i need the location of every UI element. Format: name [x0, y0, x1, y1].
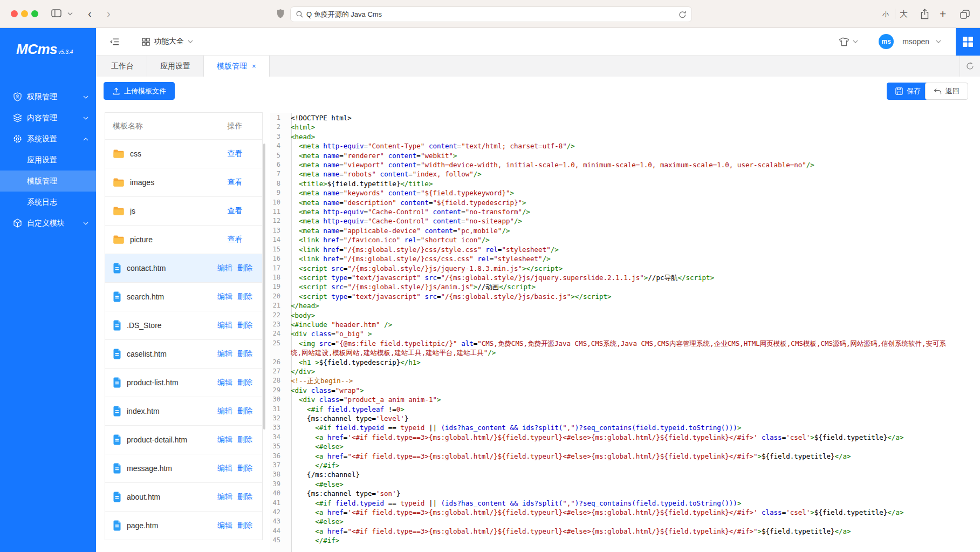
file-name: search.htm [127, 291, 164, 302]
code-text: <script src="/{ms:global.style/}js/anim.… [287, 282, 980, 291]
edit-link[interactable]: 编辑 [217, 321, 232, 330]
line-number: 11 [270, 207, 287, 216]
window-fullscreen-button[interactable] [31, 10, 38, 17]
table-row[interactable]: images查看 [105, 168, 262, 197]
window-minimize-button[interactable] [21, 10, 28, 17]
code-line: 16 <link href="/{ms:global.style/}css/cs… [270, 254, 980, 263]
code-line: 38 {/ms:channel} [270, 470, 980, 479]
edit-link[interactable]: 编辑 [217, 492, 232, 502]
privacy-shield-icon[interactable] [276, 9, 285, 19]
close-tab-icon[interactable]: × [252, 62, 256, 70]
edit-link[interactable]: 编辑 [217, 378, 232, 387]
sidebar-item-custom-module[interactable]: 自定义模块 [0, 213, 96, 234]
tab-app-settings[interactable]: 应用设置 [147, 56, 204, 77]
delete-link[interactable]: 删除 [237, 349, 252, 359]
username[interactable]: msopen [902, 37, 929, 46]
code-line: 27</div> [270, 367, 980, 376]
code-line: 42 <a href='<#if field.type==3>{ms:globa… [270, 508, 980, 517]
theme-switcher[interactable] [839, 37, 858, 46]
edit-link[interactable]: 编辑 [217, 464, 232, 473]
apps-grid-button[interactable] [956, 28, 980, 56]
table-row[interactable]: product-list.htm编辑删除 [105, 369, 262, 397]
view-link[interactable]: 查看 [228, 235, 243, 244]
table-scrollbar[interactable] [263, 144, 265, 430]
sidebar-item-permission[interactable]: 权限管理 [0, 86, 96, 107]
delete-link[interactable]: 删除 [237, 464, 252, 473]
table-row[interactable]: css查看 [105, 140, 262, 168]
line-number: 38 [270, 470, 287, 479]
edit-link[interactable]: 编辑 [217, 406, 232, 416]
code-text: </div> [287, 367, 980, 376]
delete-link[interactable]: 删除 [237, 378, 252, 387]
back-icon[interactable]: ‹ [88, 8, 92, 20]
upload-template-button[interactable]: 上传模板文件 [104, 82, 175, 100]
table-row[interactable]: caselist.htm编辑删除 [105, 340, 262, 369]
table-row[interactable]: about.htm编辑删除 [105, 483, 262, 512]
share-icon[interactable] [920, 0, 929, 28]
window-close-button[interactable] [11, 10, 18, 17]
refresh-tab-button[interactable] [960, 56, 980, 77]
save-button[interactable]: 保存 [887, 83, 929, 100]
table-row[interactable]: search.htm编辑删除 [105, 283, 262, 311]
sidebar-item-app-settings[interactable]: 应用设置 [0, 149, 96, 171]
file-name: product-list.htm [127, 377, 179, 388]
app-logo[interactable]: MCms v5.3.4 [16, 41, 96, 58]
delete-link[interactable]: 删除 [237, 263, 252, 273]
feature-menu[interactable]: 功能大全 [142, 37, 193, 46]
view-link[interactable]: 查看 [228, 178, 243, 187]
file-name: js [130, 206, 135, 216]
table-row[interactable]: .DS_Store编辑删除 [105, 311, 262, 340]
text-zoom-out-button[interactable]: 小 [882, 0, 889, 28]
delete-link[interactable]: 删除 [237, 292, 252, 302]
sidebar-item-template-manage[interactable]: 模版管理 [0, 171, 96, 192]
menu-fold-icon[interactable] [110, 38, 119, 46]
code-text: <meta name="renderer" content="webkit"> [287, 151, 980, 160]
edit-link[interactable]: 编辑 [217, 349, 232, 359]
table-row[interactable]: contact.htm编辑删除 [105, 254, 262, 283]
chevron-down-icon[interactable] [936, 40, 941, 43]
tab-overview-icon[interactable] [960, 0, 970, 28]
delete-link[interactable]: 删除 [237, 492, 252, 502]
delete-link[interactable]: 删除 [237, 321, 252, 330]
sidebar-item-system-settings[interactable]: 系统设置 [0, 128, 96, 149]
gear-icon [13, 134, 22, 144]
new-tab-icon[interactable]: + [940, 0, 946, 28]
avatar[interactable]: ms [879, 34, 894, 49]
code-text: <#if field.typeid == typeid || (ids?has_… [287, 499, 980, 508]
chevron-down-icon[interactable] [67, 12, 73, 16]
edit-link[interactable]: 编辑 [217, 292, 232, 302]
table-row[interactable]: picture查看 [105, 226, 262, 254]
file-icon [113, 291, 121, 302]
table-row[interactable]: product-detail.htm编辑删除 [105, 426, 262, 454]
reload-icon[interactable] [679, 10, 687, 19]
view-link[interactable]: 查看 [228, 149, 243, 159]
code-editor[interactable]: 1<!DOCTYPE html>2<html>3<head>4 <meta ht… [270, 113, 980, 552]
delete-link[interactable]: 删除 [237, 406, 252, 416]
view-link[interactable]: 查看 [228, 206, 243, 216]
table-row[interactable]: message.htm编辑删除 [105, 454, 262, 483]
code-text: <a href='<#if field.type==3>{ms:global.h… [287, 508, 980, 517]
browser-sidebar-icon[interactable] [51, 9, 61, 17]
code-text: <a href="<#if field.type==3>{ms:global.h… [287, 452, 980, 461]
table-row[interactable]: index.htm编辑删除 [105, 397, 262, 426]
tab-template-manage[interactable]: 模版管理× [204, 56, 270, 77]
delete-link[interactable]: 删除 [237, 521, 252, 530]
back-button[interactable]: 返回 [925, 83, 968, 100]
text-zoom-in-button[interactable]: 大 [900, 0, 908, 28]
code-line: 8 <title>${field.typetitle}</title> [270, 179, 980, 188]
edit-link[interactable]: 编辑 [217, 263, 232, 273]
sidebar-item-system-logs[interactable]: 系统日志 [0, 192, 96, 213]
address-bar[interactable]: Q 免疫开源的 Java Cms [290, 6, 692, 22]
table-row[interactable]: page.htm编辑删除 [105, 512, 262, 540]
edit-link[interactable]: 编辑 [217, 435, 232, 445]
forward-icon[interactable]: › [107, 8, 111, 20]
tab-workbench[interactable]: 工作台 [98, 56, 147, 77]
delete-link[interactable]: 删除 [237, 435, 252, 445]
file-name: .DS_Store [127, 320, 162, 331]
edit-link[interactable]: 编辑 [217, 521, 232, 530]
sidebar-item-content[interactable]: 内容管理 [0, 107, 96, 128]
upload-icon [112, 87, 120, 95]
code-line: 20 <script type="text/javascript" src="/… [270, 292, 980, 301]
sync-icon [966, 62, 974, 70]
table-row[interactable]: js查看 [105, 197, 262, 226]
